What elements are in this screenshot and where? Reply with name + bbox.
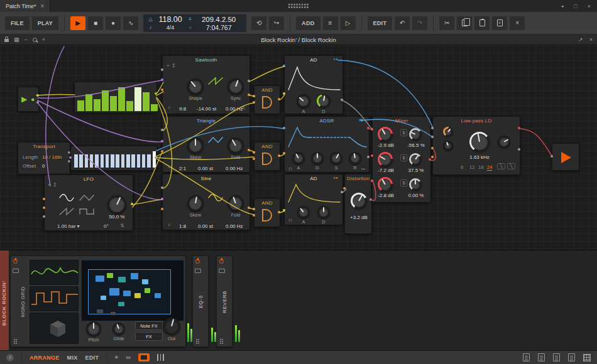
slope-option[interactable]: 6 — [461, 164, 463, 170]
port[interactable] — [343, 187, 346, 190]
module-audio-out[interactable] — [552, 143, 579, 171]
step-bar[interactable] — [151, 104, 158, 111]
lfo-shape-sqr-button[interactable] — [77, 205, 96, 218]
knob[interactable] — [443, 141, 453, 151]
tab-mix[interactable]: MIX — [67, 355, 78, 361]
knob[interactable] — [292, 152, 305, 164]
module-ad-1[interactable]: AD↦AD — [284, 55, 343, 114]
step-bar[interactable] — [121, 154, 125, 168]
device-drag-handle[interactable] — [14, 339, 15, 340]
knob[interactable] — [187, 78, 204, 95]
port[interactable] — [278, 154, 280, 157]
port[interactable] — [161, 129, 163, 131]
grid-minimap-display[interactable] — [81, 260, 184, 321]
module-trigger-in[interactable]: ▶■ — [18, 87, 39, 112]
value-field[interactable]: 0.00 % — [402, 193, 430, 199]
value-field[interactable]: -7.2 dB — [373, 168, 399, 174]
value-field[interactable]: +3.2 dB — [345, 215, 373, 221]
step-bar[interactable] — [101, 154, 104, 168]
port[interactable] — [248, 94, 250, 96]
port[interactable] — [161, 198, 163, 200]
device-reverb[interactable]: REVERB — [216, 255, 233, 347]
step-bar[interactable] — [142, 154, 146, 168]
module-sawtooth[interactable]: Sawtooth+↥≡⇅9:8-14.00 st0.00 HzShapeSync — [162, 55, 250, 114]
knob[interactable] — [378, 127, 393, 142]
detach-panel-icon[interactable]: ↗ — [578, 36, 583, 43]
value-field[interactable]: -14.00 st — [197, 106, 216, 112]
port[interactable] — [431, 156, 434, 158]
knob[interactable] — [409, 128, 422, 141]
info-icon[interactable]: i — [6, 354, 14, 361]
step-record-button[interactable]: ≡ — [323, 16, 338, 30]
knob[interactable] — [86, 321, 101, 336]
punch-in-button[interactable]: ↪ — [269, 16, 284, 30]
knob[interactable] — [317, 94, 331, 108]
step-bar[interactable] — [116, 154, 119, 168]
value-field[interactable]: 0.00 st — [198, 223, 213, 230]
port[interactable] — [253, 214, 255, 217]
port[interactable] — [253, 208, 255, 210]
modulator-waveform-display-1[interactable] — [30, 260, 79, 285]
slope-option[interactable]: 24 — [487, 164, 492, 171]
port[interactable] — [371, 154, 373, 157]
module-and-2[interactable]: AND — [254, 142, 280, 171]
song-time-value[interactable]: 7:04.767 — [194, 24, 243, 31]
step-bar[interactable] — [94, 99, 101, 111]
step-bar[interactable] — [90, 154, 94, 168]
step-bar[interactable] — [147, 154, 151, 168]
knob[interactable] — [297, 94, 310, 108]
note-fx-button[interactable]: Note FX — [135, 321, 163, 330]
port[interactable] — [341, 191, 343, 193]
port[interactable] — [518, 127, 520, 129]
step-bar[interactable] — [137, 154, 141, 168]
knob[interactable] — [227, 137, 244, 154]
project-tab-close-icon[interactable]: × — [41, 3, 45, 9]
port[interactable] — [431, 136, 434, 138]
link-views-icon[interactable]: ∞ — [126, 354, 131, 361]
lfo-shape-saw-button[interactable] — [57, 205, 76, 218]
knob[interactable] — [311, 152, 324, 164]
lfo-shape-sine-button[interactable] — [57, 191, 76, 204]
port[interactable] — [161, 68, 163, 71]
time-signature-value[interactable]: 4/4 — [155, 24, 186, 31]
value-field[interactable]: 16 / 16th — [42, 154, 62, 161]
transport-display[interactable]: △ 118.00 ≡ 209.4.2.50 ♪ 4/4 ○ 7:04.767 — [143, 14, 246, 32]
port[interactable] — [367, 156, 370, 158]
play-menu-button[interactable]: PLAY — [32, 16, 58, 30]
module-transport[interactable]: TransportLength16 / 16thOffset0 — [18, 142, 70, 174]
port[interactable] — [278, 211, 280, 213]
knob[interactable] — [227, 78, 244, 95]
module-pitch-steps[interactable] — [74, 82, 157, 113]
port[interactable] — [248, 80, 250, 82]
value-field[interactable]: 2:1 — [179, 166, 186, 172]
step-bar[interactable] — [126, 101, 133, 111]
port[interactable] — [253, 151, 255, 154]
module-triangle[interactable]: Triangle≡2:10.00 st0.00 HzSkewFold — [162, 116, 250, 173]
module-lowpass[interactable]: Low-pass LD6121824╲╲1.63 kHz — [432, 116, 520, 175]
clip-play-button[interactable]: ▷ — [341, 16, 356, 30]
device-panel-icon[interactable] — [553, 353, 560, 361]
step-bar[interactable] — [74, 154, 78, 168]
slope-option[interactable]: 18 — [478, 164, 483, 170]
edit-menu-button[interactable]: EDIT — [368, 16, 393, 30]
project-tab[interactable]: Patch Time* × — [0, 0, 50, 12]
module-mixer[interactable]: Mixer-2.9 dBS-56.5 %-7.2 dBS37.5 %-2.8 d… — [372, 116, 431, 203]
port[interactable] — [131, 203, 133, 205]
value-field[interactable]: 0.00 st — [198, 166, 213, 172]
port[interactable] — [283, 92, 285, 95]
step-bar[interactable] — [111, 154, 114, 168]
module-and-1[interactable]: AND — [254, 85, 280, 114]
knob[interactable] — [469, 132, 490, 152]
step-bar[interactable] — [126, 154, 130, 168]
knob[interactable] — [351, 193, 367, 209]
module-ad-2[interactable]: AD↦⊓AD — [284, 174, 343, 225]
port[interactable] — [367, 127, 370, 129]
filter-mode-button[interactable]: ╲ — [497, 163, 505, 169]
knob[interactable] — [317, 206, 330, 218]
value-field[interactable]: -2.9 dB — [373, 142, 399, 149]
knob[interactable] — [107, 195, 126, 214]
solo-button[interactable]: S — [400, 129, 407, 136]
port[interactable] — [550, 155, 553, 158]
value-field[interactable]: 1:8 — [179, 223, 186, 230]
window-close-icon[interactable]: × — [588, 3, 591, 9]
